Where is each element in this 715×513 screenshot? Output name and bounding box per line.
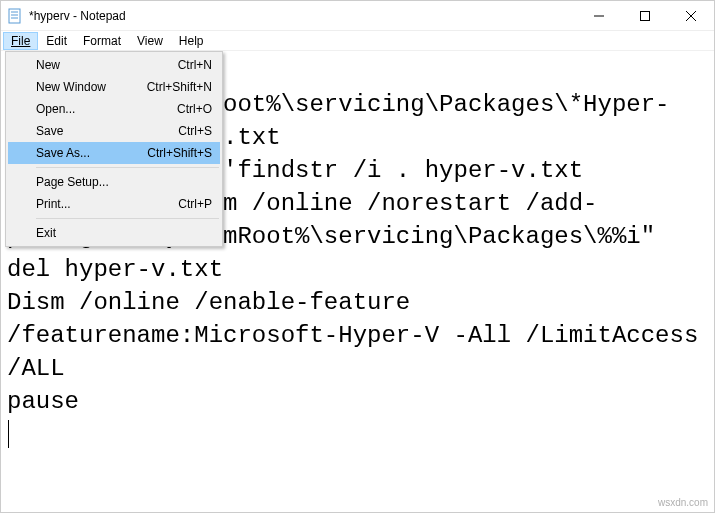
menu-file[interactable]: File xyxy=(3,32,38,50)
watermark: wsxdn.com xyxy=(658,497,708,508)
menubar: File Edit Format View Help xyxy=(1,31,714,51)
menu-view[interactable]: View xyxy=(129,32,171,50)
notepad-app-icon xyxy=(7,8,23,24)
close-button[interactable] xyxy=(668,1,714,31)
menu-item-new-window[interactable]: New Window Ctrl+Shift+N xyxy=(8,76,220,98)
text-caret xyxy=(8,420,9,448)
window-title: *hyperv - Notepad xyxy=(29,9,576,23)
menu-item-print[interactable]: Print... Ctrl+P xyxy=(8,193,220,215)
svg-rect-0 xyxy=(9,9,20,23)
menu-item-save-as[interactable]: Save As... Ctrl+Shift+S xyxy=(8,142,220,164)
menu-edit[interactable]: Edit xyxy=(38,32,75,50)
menu-item-new[interactable]: New Ctrl+N xyxy=(8,54,220,76)
menu-item-open[interactable]: Open... Ctrl+O xyxy=(8,98,220,120)
menu-separator xyxy=(36,218,219,219)
menu-item-save[interactable]: Save Ctrl+S xyxy=(8,120,220,142)
titlebar: *hyperv - Notepad xyxy=(1,1,714,31)
file-dropdown-menu: New Ctrl+N New Window Ctrl+Shift+N Open.… xyxy=(5,51,223,247)
menu-item-exit[interactable]: Exit xyxy=(8,222,220,244)
minimize-button[interactable] xyxy=(576,1,622,31)
menu-item-page-setup[interactable]: Page Setup... xyxy=(8,171,220,193)
menu-separator xyxy=(36,167,219,168)
menu-help[interactable]: Help xyxy=(171,32,212,50)
menu-format[interactable]: Format xyxy=(75,32,129,50)
svg-rect-5 xyxy=(641,11,650,20)
maximize-button[interactable] xyxy=(622,1,668,31)
